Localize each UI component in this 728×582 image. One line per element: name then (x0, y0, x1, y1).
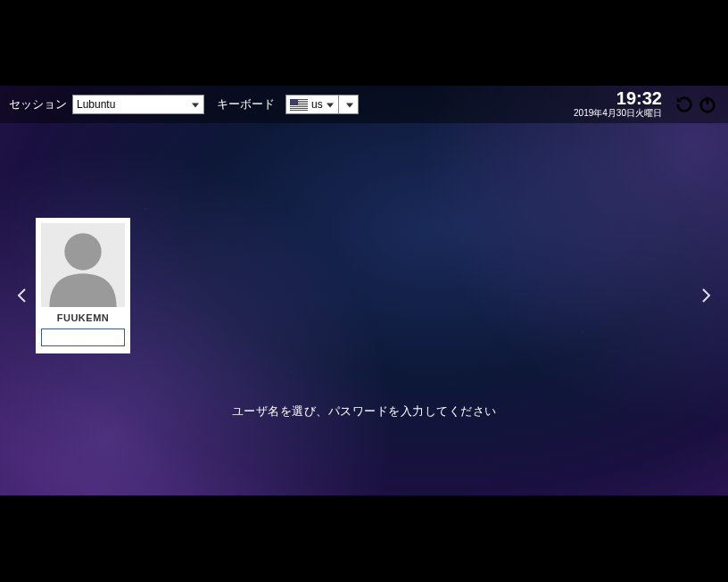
top-panel: セッション Lubuntu キーボード us 19:32 2019年4月30日火… (0, 86, 728, 123)
next-user-button[interactable] (696, 282, 717, 313)
password-input[interactable] (41, 328, 125, 346)
us-flag-icon (290, 99, 308, 111)
login-prompt: ユーザ名を選び、パスワードを入力してください (0, 403, 728, 420)
power-icon (698, 95, 717, 114)
username-label: FUUKEMN (41, 312, 125, 323)
user-silhouette-icon (41, 223, 125, 307)
chevron-left-icon (16, 287, 27, 303)
login-screen: セッション Lubuntu キーボード us 19:32 2019年4月30日火… (0, 86, 728, 495)
clock-time: 19:32 (574, 89, 662, 107)
session-label: セッション (9, 96, 67, 112)
svg-point-3 (64, 233, 101, 270)
clock: 19:32 2019年4月30日火曜日 (574, 89, 662, 120)
chevron-right-icon (701, 287, 712, 303)
keyboard-layout-toggle[interactable] (339, 95, 359, 114)
session-select[interactable]: Lubuntu (72, 95, 204, 114)
keyboard-label: キーボード (217, 96, 275, 112)
previous-user-button[interactable] (11, 282, 32, 313)
user-card[interactable]: FUUKEMN (36, 218, 130, 353)
keyboard-value: us (311, 98, 323, 111)
session-value: Lubuntu (77, 98, 115, 111)
restart-button[interactable] (673, 93, 696, 116)
keyboard-select[interactable]: us (285, 95, 339, 114)
clock-date: 2019年4月30日火曜日 (574, 107, 662, 120)
avatar (41, 223, 125, 307)
shutdown-button[interactable] (696, 93, 719, 116)
restart-icon (674, 95, 694, 114)
